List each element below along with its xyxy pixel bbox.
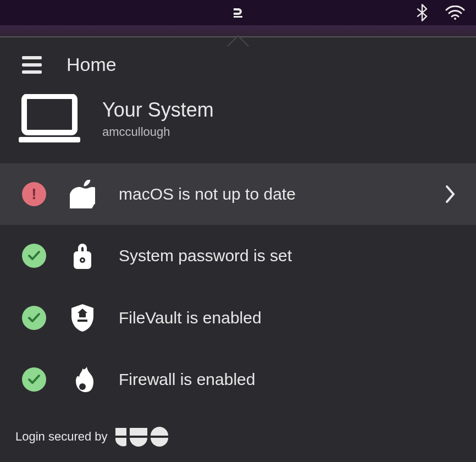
flame-icon [66, 366, 99, 393]
apple-icon [66, 180, 99, 208]
shield-icon [66, 303, 99, 333]
check-label: macOS is not up to date [119, 185, 425, 204]
status-warn-icon: ! [22, 182, 46, 206]
status-ok-icon [22, 244, 46, 268]
check-list: ! macOS is not up to date System passwor… [0, 163, 476, 410]
system-summary: Your System amccullough [0, 86, 476, 163]
svg-rect-2 [19, 137, 80, 142]
check-label: FileVault is enabled [119, 309, 460, 327]
check-item-firewall: Firewall is enabled [0, 349, 476, 410]
svg-rect-7 [130, 428, 147, 436]
footer: Login secured by [0, 418, 476, 462]
svg-point-0 [454, 18, 456, 20]
bluetooth-icon[interactable] [417, 4, 428, 21]
check-item-password: System password is set [0, 225, 476, 287]
svg-point-5 [79, 383, 86, 390]
footer-text: Login secured by [15, 430, 108, 444]
svg-rect-6 [115, 428, 126, 436]
menu-button[interactable] [22, 56, 42, 74]
check-item-filevault: FileVault is enabled [0, 287, 476, 349]
status-ok-icon [22, 306, 46, 330]
duo-menubar-icon[interactable] [231, 6, 245, 19]
status-ok-icon [22, 367, 46, 392]
svg-point-4 [81, 259, 84, 261]
svg-rect-1 [24, 96, 75, 133]
duo-logo [115, 427, 179, 447]
chevron-right-icon [445, 185, 460, 204]
page-title: Home [67, 54, 117, 75]
laptop-icon [16, 94, 82, 144]
macos-menubar [0, 0, 476, 25]
panel-top-strip [0, 25, 476, 37]
check-label: System password is set [119, 246, 460, 265]
check-item-macos[interactable]: ! macOS is not up to date [0, 163, 476, 225]
lock-icon [66, 241, 99, 270]
wifi-icon[interactable] [445, 6, 465, 20]
system-title: Your System [102, 98, 214, 122]
check-label: Firewall is enabled [119, 370, 460, 389]
system-username: amccullough [102, 125, 214, 139]
device-health-panel: Home Your System amccullough ! macOS is … [0, 37, 476, 462]
